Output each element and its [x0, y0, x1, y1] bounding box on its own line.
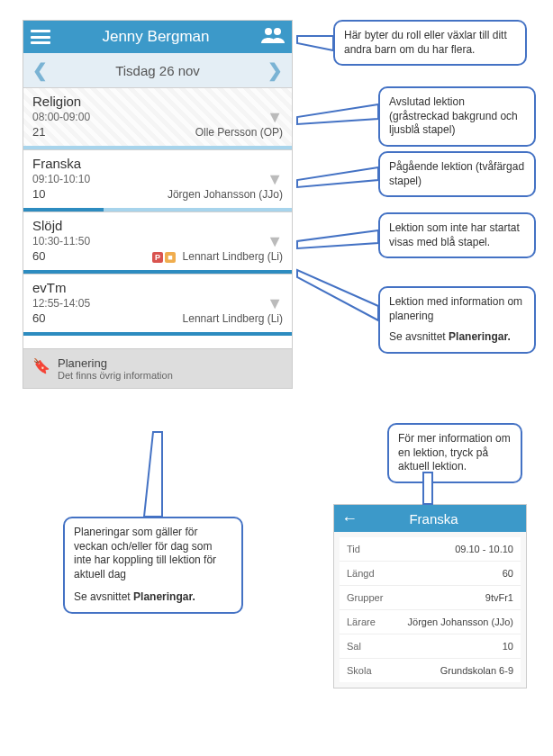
lesson-row[interactable]: Franska 09:10-10:10 10 Jörgen Johansson …	[23, 149, 292, 212]
chevron-down-icon: ▼	[267, 108, 283, 127]
detail-row: Grupper9tvFr1	[340, 586, 521, 610]
next-day-icon[interactable]: ❯	[267, 59, 283, 81]
lesson-time: 09:10-10:10	[32, 173, 283, 185]
schedule-phone: Jenny Bergman ❮ Tisdag 26 nov ❯ Religion…	[23, 20, 293, 389]
callout-role-switch: Här byter du roll eller växlar till ditt…	[333, 20, 527, 66]
svg-point-0	[265, 28, 272, 35]
lesson-row[interactable]: Religion 08:00-09:00 21 Olle Persson (OP…	[23, 87, 292, 149]
callout-text: För mer information om en lektion, tryck…	[398, 432, 511, 472]
detail-label: Lärare	[347, 616, 376, 627]
detail-header: ← Franska	[334, 505, 526, 532]
lesson-teacher: Jörgen Johansson (JJo)	[168, 188, 283, 201]
prev-day-icon[interactable]: ❮	[32, 59, 48, 81]
callout-text: Avslutad lektion (gråstreckad bakgrund o…	[389, 95, 518, 136]
callout-bold: Planeringar.	[449, 330, 511, 343]
callout-completed: Avslutad lektion (gråstreckad bakgrund o…	[378, 86, 536, 147]
detail-rows: Tid09.10 - 10.10 Längd60 Grupper9tvFr1 L…	[334, 532, 526, 688]
lesson-subject: Franska	[32, 156, 283, 171]
detail-row: SkolaGrundskolan 6-9	[340, 659, 521, 682]
detail-value: Grundskolan 6-9	[440, 665, 513, 676]
lesson-subject: evTm	[32, 280, 283, 295]
callout-text: Se avsnittet	[74, 590, 133, 603]
callout-upcoming: Lektion som inte har startat visas med b…	[378, 212, 536, 258]
callout-text: Här byter du roll eller växlar till ditt…	[344, 29, 507, 56]
lesson-room: 60	[32, 249, 45, 263]
detail-label: Grupper	[347, 592, 383, 603]
detail-value: Jörgen Johansson (JJo)	[408, 616, 513, 627]
lesson-time: 08:00-09:00	[32, 111, 283, 123]
detail-value: 9tvFr1	[485, 592, 513, 603]
callout-text: Pågående lektion (tvåfärgad stapel)	[389, 160, 524, 187]
lesson-room: 60	[32, 311, 45, 325]
detail-label: Sal	[347, 641, 361, 652]
svg-marker-3	[297, 104, 378, 124]
student-name: Jenny Bergman	[102, 28, 209, 46]
back-arrow-icon[interactable]: ←	[341, 509, 358, 528]
date-label: Tisdag 26 nov	[115, 63, 200, 78]
date-bar: ❮ Tisdag 26 nov ❯	[23, 53, 292, 87]
lesson-row[interactable]: evTm 12:55-14:05 60 Lennart Lindberg (Li…	[23, 274, 292, 336]
svg-point-1	[274, 28, 281, 35]
callout-text: Planeringar som gäller för veckan och/el…	[74, 526, 232, 581]
detail-row: Sal10	[340, 634, 521, 659]
detail-phone: ← Franska Tid09.10 - 10.10 Längd60 Grupp…	[333, 504, 527, 688]
lesson-teacher: Lennart Lindberg (Li)	[183, 250, 283, 263]
callout-text: Lektion med information om planering	[389, 295, 525, 323]
detail-value: 09.10 - 10.10	[455, 544, 513, 554]
lesson-room: 21	[32, 125, 45, 139]
detail-value: 10	[503, 641, 513, 652]
hamburger-icon[interactable]	[31, 30, 50, 44]
lesson-subject: Slöjd	[32, 218, 283, 233]
callout-bold: Planeringar.	[133, 590, 195, 603]
lesson-teacher: Olle Persson (OP)	[195, 126, 283, 139]
badge-p-icon: P	[152, 252, 163, 263]
detail-row: LärareJörgen Johansson (JJo)	[340, 610, 521, 634]
lesson-subject: Religion	[32, 94, 283, 109]
lesson-teacher: Lennart Lindberg (Li)	[183, 312, 283, 325]
callout-text: Lektion som inte har startat visas med b…	[389, 221, 520, 248]
chevron-down-icon: ▼	[267, 170, 283, 189]
detail-label: Längd	[347, 568, 375, 579]
lesson-time: 10:30-11:50	[32, 235, 283, 248]
callout-planning-info: Lektion med information om planering Se …	[378, 286, 536, 354]
callout-weekly: Planeringar som gäller för veckan och/el…	[63, 517, 243, 614]
detail-value: 60	[503, 568, 513, 579]
lesson-time: 12:55-14:05	[32, 297, 283, 310]
badge-y-icon: ■	[165, 252, 176, 263]
callout-more-info: För mer information om en lektion, tryck…	[387, 423, 522, 483]
progress-bar	[23, 332, 292, 336]
chevron-down-icon: ▼	[267, 232, 283, 251]
lesson-row[interactable]: Slöjd 10:30-11:50 60 P ■ Lennart Lindber…	[23, 212, 292, 274]
svg-marker-4	[297, 167, 378, 187]
lesson-room: 10	[32, 187, 45, 201]
detail-title: Franska	[365, 511, 503, 526]
svg-marker-2	[297, 36, 333, 50]
titlebar: Jenny Bergman	[23, 21, 292, 53]
svg-marker-6	[297, 270, 378, 320]
lesson-badges: P ■	[152, 252, 176, 263]
planning-sub: Det finns övrig information	[58, 370, 173, 381]
people-icon[interactable]	[261, 27, 285, 47]
svg-marker-7	[144, 432, 162, 517]
bookmark-icon: 🔖	[32, 357, 50, 374]
chevron-down-icon: ▼	[267, 294, 283, 313]
planning-row[interactable]: 🔖 Planering Det finns övrig information	[23, 348, 292, 388]
detail-label: Skola	[347, 665, 372, 676]
detail-row: Längd60	[340, 562, 521, 586]
svg-marker-5	[297, 230, 378, 248]
detail-row: Tid09.10 - 10.10	[340, 537, 521, 562]
detail-label: Tid	[347, 544, 360, 554]
callout-inprogress: Pågående lektion (tvåfärgad stapel)	[378, 151, 536, 197]
planning-label: Planering	[58, 356, 173, 370]
callout-text: Se avsnittet	[389, 330, 449, 343]
